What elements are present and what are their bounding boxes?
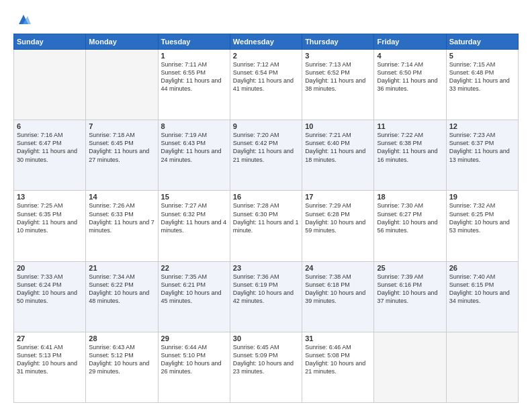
day-number: 2	[233, 52, 299, 60]
calendar-day: 15Sunrise: 7:27 AM Sunset: 6:32 PM Dayli…	[158, 191, 230, 261]
calendar-day: 2Sunrise: 7:12 AM Sunset: 6:54 PM Daylig…	[230, 50, 302, 120]
logo-icon	[16, 12, 31, 27]
day-info: Sunrise: 6:41 AM Sunset: 5:13 PM Dayligh…	[17, 343, 83, 376]
calendar-header-saturday: Saturday	[446, 34, 518, 50]
calendar-day: 24Sunrise: 7:38 AM Sunset: 6:18 PM Dayli…	[302, 261, 374, 332]
calendar-day: 11Sunrise: 7:22 AM Sunset: 6:38 PM Dayli…	[374, 120, 446, 191]
day-info: Sunrise: 7:13 AM Sunset: 6:52 PM Dayligh…	[305, 60, 371, 93]
calendar-day: 28Sunrise: 6:43 AM Sunset: 5:12 PM Dayli…	[86, 332, 158, 402]
day-number: 26	[449, 264, 515, 272]
calendar-day: 27Sunrise: 6:41 AM Sunset: 5:13 PM Dayli…	[14, 332, 86, 402]
calendar-day	[446, 332, 518, 402]
day-info: Sunrise: 7:21 AM Sunset: 6:40 PM Dayligh…	[305, 131, 371, 164]
day-info: Sunrise: 7:30 AM Sunset: 6:27 PM Dayligh…	[377, 201, 443, 234]
calendar-day: 20Sunrise: 7:33 AM Sunset: 6:24 PM Dayli…	[14, 261, 86, 332]
calendar-day: 19Sunrise: 7:32 AM Sunset: 6:25 PM Dayli…	[446, 191, 518, 261]
day-info: Sunrise: 7:26 AM Sunset: 6:33 PM Dayligh…	[89, 201, 154, 234]
calendar-day: 1Sunrise: 7:11 AM Sunset: 6:55 PM Daylig…	[158, 50, 230, 120]
day-number: 10	[305, 122, 371, 130]
calendar-day: 14Sunrise: 7:26 AM Sunset: 6:33 PM Dayli…	[86, 191, 158, 261]
day-info: Sunrise: 7:20 AM Sunset: 6:42 PM Dayligh…	[233, 131, 299, 164]
calendar-day: 4Sunrise: 7:14 AM Sunset: 6:50 PM Daylig…	[374, 50, 446, 120]
day-number: 19	[449, 193, 515, 201]
day-number: 11	[377, 122, 443, 130]
calendar-table: SundayMondayTuesdayWednesdayThursdayFrid…	[13, 34, 519, 403]
day-number: 4	[377, 52, 443, 60]
day-info: Sunrise: 7:35 AM Sunset: 6:21 PM Dayligh…	[161, 273, 227, 306]
calendar-day: 22Sunrise: 7:35 AM Sunset: 6:21 PM Dayli…	[158, 261, 230, 332]
logo	[13, 12, 31, 27]
calendar-day: 29Sunrise: 6:44 AM Sunset: 5:10 PM Dayli…	[158, 332, 230, 402]
day-info: Sunrise: 6:44 AM Sunset: 5:10 PM Dayligh…	[161, 343, 227, 376]
calendar-day: 18Sunrise: 7:30 AM Sunset: 6:27 PM Dayli…	[374, 191, 446, 261]
day-number: 28	[89, 334, 154, 342]
page: SundayMondayTuesdayWednesdayThursdayFrid…	[0, 0, 532, 411]
day-info: Sunrise: 7:12 AM Sunset: 6:54 PM Dayligh…	[233, 60, 299, 93]
calendar-day	[86, 50, 158, 120]
calendar-day	[14, 50, 86, 120]
calendar-day: 30Sunrise: 6:45 AM Sunset: 5:09 PM Dayli…	[230, 332, 302, 402]
calendar-header-sunday: Sunday	[14, 34, 86, 50]
day-info: Sunrise: 7:36 AM Sunset: 6:19 PM Dayligh…	[233, 273, 299, 306]
calendar-week-row: 20Sunrise: 7:33 AM Sunset: 6:24 PM Dayli…	[14, 261, 519, 332]
calendar-day: 12Sunrise: 7:23 AM Sunset: 6:37 PM Dayli…	[446, 120, 518, 191]
day-info: Sunrise: 6:43 AM Sunset: 5:12 PM Dayligh…	[89, 343, 154, 376]
day-number: 23	[233, 264, 299, 272]
header	[13, 12, 519, 27]
calendar-week-row: 13Sunrise: 7:25 AM Sunset: 6:35 PM Dayli…	[14, 191, 519, 261]
day-number: 1	[161, 52, 227, 60]
calendar-week-row: 1Sunrise: 7:11 AM Sunset: 6:55 PM Daylig…	[14, 50, 519, 120]
day-number: 15	[161, 193, 227, 201]
day-info: Sunrise: 7:15 AM Sunset: 6:48 PM Dayligh…	[449, 60, 515, 93]
day-info: Sunrise: 7:38 AM Sunset: 6:18 PM Dayligh…	[305, 273, 371, 306]
day-info: Sunrise: 7:40 AM Sunset: 6:15 PM Dayligh…	[449, 273, 515, 306]
calendar-day: 3Sunrise: 7:13 AM Sunset: 6:52 PM Daylig…	[302, 50, 374, 120]
day-number: 3	[305, 52, 371, 60]
day-info: Sunrise: 7:33 AM Sunset: 6:24 PM Dayligh…	[17, 273, 83, 306]
day-number: 7	[89, 122, 154, 130]
day-number: 17	[305, 193, 371, 201]
calendar-header-friday: Friday	[374, 34, 446, 50]
day-info: Sunrise: 7:23 AM Sunset: 6:37 PM Dayligh…	[449, 131, 515, 164]
calendar-header-wednesday: Wednesday	[230, 34, 302, 50]
day-number: 21	[89, 264, 154, 272]
day-number: 30	[233, 334, 299, 342]
calendar-day: 26Sunrise: 7:40 AM Sunset: 6:15 PM Dayli…	[446, 261, 518, 332]
day-number: 24	[305, 264, 371, 272]
calendar-day: 8Sunrise: 7:19 AM Sunset: 6:43 PM Daylig…	[158, 120, 230, 191]
calendar-header-tuesday: Tuesday	[158, 34, 230, 50]
calendar-day: 5Sunrise: 7:15 AM Sunset: 6:48 PM Daylig…	[446, 50, 518, 120]
day-info: Sunrise: 7:25 AM Sunset: 6:35 PM Dayligh…	[17, 201, 83, 234]
calendar-day: 21Sunrise: 7:34 AM Sunset: 6:22 PM Dayli…	[86, 261, 158, 332]
calendar-week-row: 6Sunrise: 7:16 AM Sunset: 6:47 PM Daylig…	[14, 120, 519, 191]
day-info: Sunrise: 7:27 AM Sunset: 6:32 PM Dayligh…	[161, 201, 227, 234]
day-number: 20	[17, 264, 83, 272]
calendar-day: 23Sunrise: 7:36 AM Sunset: 6:19 PM Dayli…	[230, 261, 302, 332]
day-info: Sunrise: 7:14 AM Sunset: 6:50 PM Dayligh…	[377, 60, 443, 93]
day-info: Sunrise: 7:32 AM Sunset: 6:25 PM Dayligh…	[449, 201, 515, 234]
calendar-header-row: SundayMondayTuesdayWednesdayThursdayFrid…	[14, 34, 519, 50]
calendar-header-thursday: Thursday	[302, 34, 374, 50]
day-number: 8	[161, 122, 227, 130]
day-number: 27	[17, 334, 83, 342]
day-number: 12	[449, 122, 515, 130]
calendar-header-monday: Monday	[86, 34, 158, 50]
day-number: 9	[233, 122, 299, 130]
calendar-day: 7Sunrise: 7:18 AM Sunset: 6:45 PM Daylig…	[86, 120, 158, 191]
day-info: Sunrise: 7:34 AM Sunset: 6:22 PM Dayligh…	[89, 273, 154, 306]
day-info: Sunrise: 7:16 AM Sunset: 6:47 PM Dayligh…	[17, 131, 83, 164]
day-number: 5	[449, 52, 515, 60]
day-info: Sunrise: 7:28 AM Sunset: 6:30 PM Dayligh…	[233, 201, 299, 234]
calendar-day: 10Sunrise: 7:21 AM Sunset: 6:40 PM Dayli…	[302, 120, 374, 191]
calendar-week-row: 27Sunrise: 6:41 AM Sunset: 5:13 PM Dayli…	[14, 332, 519, 402]
day-number: 6	[17, 122, 83, 130]
day-info: Sunrise: 7:39 AM Sunset: 6:16 PM Dayligh…	[377, 273, 443, 306]
calendar-day: 17Sunrise: 7:29 AM Sunset: 6:28 PM Dayli…	[302, 191, 374, 261]
day-number: 16	[233, 193, 299, 201]
calendar-day: 25Sunrise: 7:39 AM Sunset: 6:16 PM Dayli…	[374, 261, 446, 332]
calendar-day: 6Sunrise: 7:16 AM Sunset: 6:47 PM Daylig…	[14, 120, 86, 191]
day-number: 18	[377, 193, 443, 201]
day-info: Sunrise: 7:19 AM Sunset: 6:43 PM Dayligh…	[161, 131, 227, 164]
calendar-day	[374, 332, 446, 402]
calendar-day: 13Sunrise: 7:25 AM Sunset: 6:35 PM Dayli…	[14, 191, 86, 261]
